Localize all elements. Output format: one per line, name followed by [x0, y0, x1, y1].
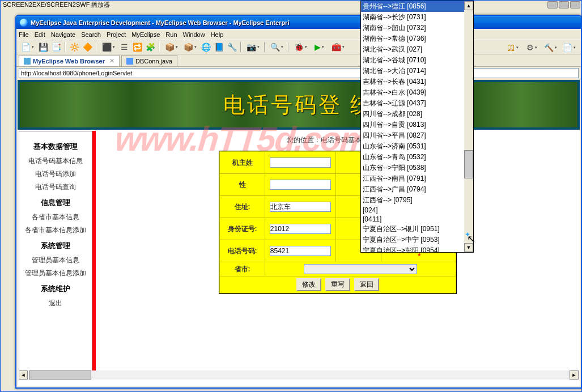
dropdown-list[interactable]: 贵州省-->德江 [0856]湖南省-->长沙 [0731]湖南省-->韶山 [… — [361, 1, 464, 252]
saveall-button[interactable]: 📑 — [50, 41, 62, 53]
dropdown-option[interactable]: 湖北省-->武汉 [027] — [361, 44, 464, 55]
menu-edit[interactable]: Edit — [35, 31, 45, 38]
menu-run[interactable]: Run — [165, 31, 177, 38]
close-icon[interactable] — [570, 1, 580, 8]
tool-btn-11[interactable]: 🔧 — [226, 41, 237, 53]
scroll-track[interactable] — [464, 10, 473, 243]
dropdown-option[interactable]: 江西省-->南昌 [0791] — [361, 173, 464, 184]
dropdown-option[interactable]: 湖北省-->大冶 [0714] — [361, 66, 464, 76]
toolbar-extra: 🕮 ⚙ 🔨 📄 — [504, 42, 577, 53]
sidebar-item-phone-info[interactable]: 电话号码基本信息 — [19, 156, 92, 166]
separator — [159, 42, 160, 52]
address-input[interactable] — [19, 68, 579, 78]
menu-search[interactable]: Search — [81, 31, 101, 38]
sidebar-item-phone-query[interactable]: 电话号码查询 — [19, 182, 92, 192]
menu-help[interactable]: Help — [211, 31, 224, 38]
dropdown-option[interactable]: 宁夏自治区-->彭阳 [0954] — [361, 245, 464, 253]
sidebar-item-admin-info[interactable]: 管理员基本信息 — [19, 255, 92, 265]
tool-btn-ext[interactable]: 🧰 — [329, 41, 346, 53]
tool-btn-2[interactable]: 🔶 — [82, 41, 93, 53]
reset-button[interactable]: 重写 — [325, 278, 350, 291]
scroll-thumb[interactable] — [29, 370, 91, 380]
dropdown-option[interactable]: 宁夏自治区-->中宁 [0953] — [361, 235, 464, 245]
dropdown-option[interactable]: [024] — [361, 206, 464, 215]
dropdown-option[interactable]: 吉林省-->长春 [0431] — [361, 76, 464, 87]
dropdown-option[interactable]: 宁夏自治区-->银川 [0951] — [361, 224, 464, 235]
tool-btn-13[interactable]: 🔍 — [268, 41, 285, 53]
maximize-icon[interactable] — [559, 1, 569, 8]
sidebar-item-logout[interactable]: 退出 — [19, 299, 92, 308]
input-gender[interactable] — [270, 180, 331, 190]
dropdown-scrollbar[interactable]: ▲ ▼ — [464, 1, 473, 252]
tool-btn-6[interactable]: 🧩 — [145, 41, 156, 53]
inner-titlebar[interactable]: MyEclipse Java Enterprise Development - … — [16, 16, 581, 29]
tool-btn-8[interactable]: 📦 — [181, 41, 198, 53]
browser-client: 电话号码登 统 基本数据管理 电话号码基本信息 电话号码添加 电话号码查询 信息… — [18, 80, 580, 386]
tool-btn-10[interactable]: 📘 — [213, 41, 224, 53]
dropdown-option[interactable]: 四川省-->自贡 [0813] — [361, 120, 464, 130]
tool-btn-4[interactable]: ☰ — [118, 41, 130, 53]
sidebar-item-phone-add[interactable]: 电话号码添加 — [19, 169, 92, 179]
dropdown-option[interactable]: 湖南省-->韶山 [0732] — [361, 23, 464, 33]
input-phone[interactable] — [270, 246, 331, 256]
select-province[interactable] — [304, 264, 417, 274]
dropdown-option[interactable]: 湖南省-->常德 [0736] — [361, 33, 464, 44]
back-button[interactable]: 返回 — [354, 278, 379, 291]
dropdown-option[interactable]: 贵州省-->德江 [0856] — [361, 1, 464, 12]
debug-button[interactable]: 🐞 — [292, 41, 309, 53]
history-button[interactable]: 🕮 — [504, 42, 521, 53]
dropdown-option[interactable]: 山东省-->青岛 [0532] — [361, 152, 464, 163]
outer-window-buttons — [547, 1, 580, 8]
dropdown-option[interactable]: 湖北省-->谷城 [0710] — [361, 55, 464, 66]
save-button[interactable]: 💾 — [37, 41, 49, 53]
dropdown-option[interactable]: 江西省-->广昌 [0794] — [361, 184, 464, 195]
run-button[interactable]: ▶ — [311, 41, 328, 53]
dropdown-option[interactable]: 吉林省-->白水 [0439] — [361, 87, 464, 98]
dropdown-option[interactable]: 江西省--> [0795] — [361, 195, 464, 206]
tab-browser[interactable]: MyEclipse Web Browser ✕ — [19, 55, 120, 66]
input-idcard[interactable] — [270, 224, 331, 234]
config-button[interactable]: ⚙ — [523, 42, 540, 53]
scroll-track[interactable] — [28, 370, 570, 380]
tab-dbconn[interactable]: DBConn.java — [121, 55, 177, 66]
horizontal-scrollbar[interactable]: ◄ ► — [19, 370, 579, 380]
input-owner[interactable] — [270, 157, 331, 168]
new-button[interactable]: 📄 — [19, 41, 36, 53]
modify-button[interactable]: 修改 — [296, 278, 321, 291]
scroll-down-icon[interactable]: ▼ — [464, 243, 473, 252]
input-address[interactable] — [270, 202, 331, 212]
dropdown-option[interactable]: 四川省-->平昌 [0827] — [361, 130, 464, 141]
dropdown-option[interactable]: 山东省-->济南 [0531] — [361, 141, 464, 152]
scroll-thumb[interactable] — [464, 150, 473, 178]
dropdown-option[interactable]: 湖南省-->长沙 [0731] — [361, 12, 464, 23]
minimize-icon[interactable] — [547, 1, 558, 8]
menu-file[interactable]: File — [19, 31, 29, 38]
dropdown-option[interactable]: 吉林省-->辽源 [0437] — [361, 98, 464, 109]
scroll-up-icon[interactable]: ▲ — [464, 1, 473, 10]
hammer-button[interactable]: 🔨 — [542, 42, 559, 53]
tool-btn-12[interactable]: 📷 — [244, 41, 261, 53]
dropdown-option[interactable]: 四川省-->成都 [028] — [361, 109, 464, 120]
menu-window[interactable]: Window — [183, 31, 205, 38]
tool-btn-5[interactable]: 🔁 — [131, 41, 143, 53]
sidebar-item-admin-add[interactable]: 管理员基本信息添加 — [19, 269, 92, 278]
dropdown-option[interactable]: [0411] — [361, 215, 464, 224]
close-icon[interactable]: ✕ — [109, 57, 114, 65]
menu-myeclipse[interactable]: MyEclipse — [131, 31, 160, 38]
province-dropdown[interactable]: 贵州省-->德江 [0856]湖南省-->长沙 [0731]湖南省-->韶山 [… — [360, 1, 474, 253]
outline-button[interactable]: 📄 — [560, 42, 577, 53]
tool-btn-7[interactable]: 📦 — [163, 41, 180, 53]
tab-browser-label: MyEclipse Web Browser — [33, 58, 105, 65]
menu-navigate[interactable]: Navigate — [51, 31, 75, 38]
tool-btn-1[interactable]: 🔆 — [69, 41, 80, 53]
sidebar-item-province-add[interactable]: 各省市基本信息添加 — [19, 225, 92, 235]
scroll-right-icon[interactable]: ► — [570, 370, 579, 380]
tool-btn-9[interactable]: 🌐 — [200, 41, 211, 53]
label-province: 省市: — [220, 262, 265, 276]
sidebar-item-province-info[interactable]: 各省市基本信息 — [19, 212, 92, 222]
scroll-left-icon[interactable]: ◄ — [19, 370, 28, 380]
menu-project[interactable]: Project — [107, 31, 126, 38]
tool-btn-3[interactable]: ⬛ — [100, 41, 117, 53]
separator — [288, 42, 289, 52]
dropdown-option[interactable]: 山东省-->宁阳 [0538] — [361, 163, 464, 173]
